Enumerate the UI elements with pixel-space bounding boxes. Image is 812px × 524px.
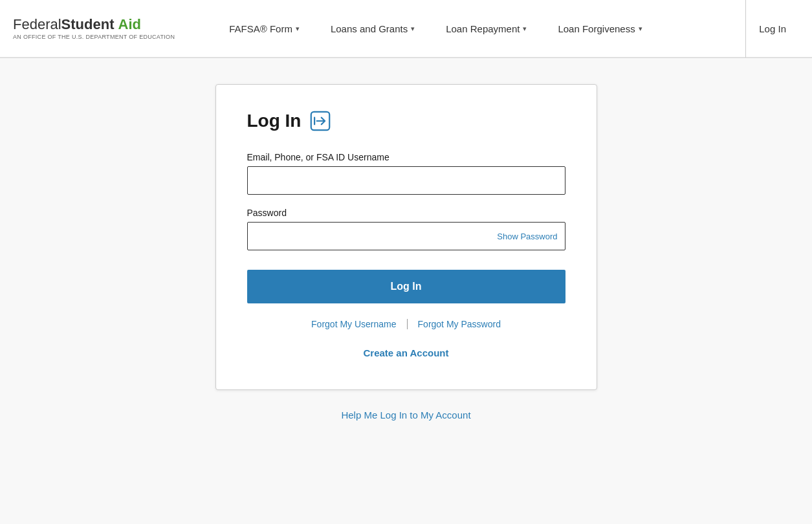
header-login[interactable]: Log In	[745, 0, 799, 58]
forgot-username-link[interactable]: Forgot My Username	[311, 319, 396, 329]
login-button[interactable]: Log In	[247, 270, 565, 303]
main-content: Log In Email, Phone, or FSA ID Username …	[0, 58, 812, 524]
nav-item-fafsa[interactable]: FAFSA® Form ▾	[214, 0, 315, 58]
logo-aid: Aid	[118, 16, 141, 32]
chevron-down-icon: ▾	[411, 25, 415, 33]
username-input[interactable]	[247, 166, 565, 195]
password-wrapper: Show Password	[247, 222, 565, 250]
nav-item-loans-grants[interactable]: Loans and Grants ▾	[315, 0, 430, 58]
logo-student: Student	[61, 16, 115, 32]
link-divider	[407, 319, 408, 329]
create-account-link[interactable]: Create an Account	[247, 347, 565, 358]
chevron-down-icon: ▾	[523, 25, 527, 33]
logo-text: FederalStudent Aid	[13, 17, 175, 32]
nav: FAFSA® Form ▾ Loans and Grants ▾ Loan Re…	[214, 0, 745, 58]
links-row: Forgot My Username Forgot My Password	[247, 319, 565, 329]
chevron-down-icon: ▾	[296, 25, 300, 33]
forgot-password-link[interactable]: Forgot My Password	[418, 319, 501, 329]
help-login-link[interactable]: Help Me Log In to My Account	[341, 409, 470, 420]
login-card: Log In Email, Phone, or FSA ID Username …	[215, 84, 597, 390]
login-title: Log In	[247, 111, 302, 131]
password-group: Password Show Password	[247, 208, 565, 250]
nav-label-loan-forgiveness: Loan Forgiveness	[558, 23, 635, 34]
nav-item-loan-forgiveness[interactable]: Loan Forgiveness ▾	[542, 0, 657, 58]
username-group: Email, Phone, or FSA ID Username	[247, 152, 565, 195]
password-label: Password	[247, 208, 565, 218]
logo-federal: Federal	[13, 16, 61, 32]
nav-item-loan-repayment[interactable]: Loan Repayment ▾	[430, 0, 542, 58]
header-login-label: Log In	[759, 23, 786, 34]
logo-area: FederalStudent Aid An Office of the U.S.…	[13, 17, 175, 40]
login-title-row: Log In	[247, 111, 565, 131]
nav-label-loan-repayment: Loan Repayment	[446, 23, 520, 34]
login-arrow-icon	[310, 111, 331, 131]
logo-subtitle: An Office of the U.S. Department of Educ…	[13, 34, 175, 40]
nav-label-loans-grants: Loans and Grants	[331, 23, 408, 34]
username-label: Email, Phone, or FSA ID Username	[247, 152, 565, 162]
header: FederalStudent Aid An Office of the U.S.…	[0, 0, 812, 58]
nav-label-fafsa: FAFSA® Form	[229, 23, 292, 34]
chevron-down-icon: ▾	[639, 25, 642, 33]
show-password-button[interactable]: Show Password	[497, 232, 557, 241]
